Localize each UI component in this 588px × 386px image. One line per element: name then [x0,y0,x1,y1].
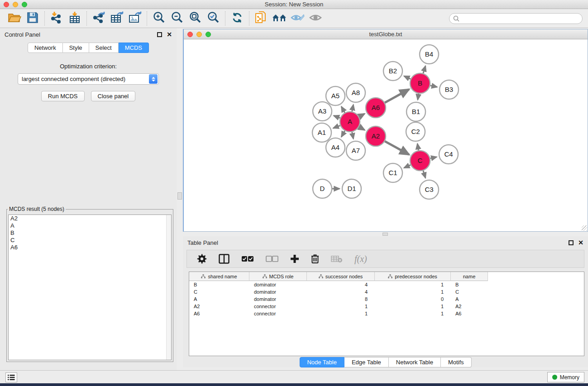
table-cell[interactable]: 4 [307,282,375,287]
graph-node-C4[interactable]: C4 [439,145,458,164]
tab-style[interactable]: Style [63,43,89,53]
graph-edge-A2-C[interactable] [385,141,409,154]
table-row[interactable]: Bdominator41B [189,281,584,288]
graph-node-A5[interactable]: A5 [326,86,345,105]
duplicate-network-button[interactable] [252,10,270,27]
network-window-titlebar[interactable]: testGlobe.txt [184,29,588,39]
table-cell[interactable]: connector [249,311,307,316]
float-panel-icon[interactable] [157,32,162,37]
table-cell[interactable]: C [189,289,249,295]
create-column-button[interactable] [290,254,299,263]
column-header-name[interactable]: name [451,272,488,281]
table-cell[interactable]: 1 [307,304,375,309]
export-table-button[interactable] [108,10,126,27]
table-cell[interactable]: 1 [375,304,451,309]
table-cell[interactable]: A2 [189,304,249,309]
delete-column-button[interactable] [311,254,319,264]
close-panel-icon[interactable]: ✕ [167,31,172,38]
zoom-selected-button[interactable] [204,10,222,27]
table-cell[interactable]: 1 [375,289,451,295]
tab-edge-table[interactable]: Edge Table [344,357,389,367]
graph-node-A3[interactable]: A3 [313,102,332,121]
table-cell[interactable]: C [451,289,488,295]
graph-edge-A-A7[interactable] [352,132,354,139]
graph-node-B4[interactable]: B4 [420,45,439,64]
graph-edge-B-B2[interactable] [404,76,411,79]
graph-node-D1[interactable]: D1 [342,179,361,198]
table-cell[interactable]: connector [249,304,307,309]
graph-edge-C-C3[interactable] [423,171,425,178]
graph-node-B[interactable]: B [410,73,430,93]
node-table[interactable]: shared nameMCDS rolesuccessor nodesprede… [189,272,584,356]
search-input[interactable] [461,14,582,23]
import-table-button[interactable] [66,10,84,27]
table-cell[interactable]: A [451,296,488,302]
vertical-splitter-handle[interactable] [177,192,182,200]
table-cell[interactable]: 1 [375,282,451,287]
graph-edge-A-A2[interactable] [359,127,365,130]
result-list-item[interactable]: A [9,222,171,229]
network-close-button[interactable] [187,32,193,37]
zoom-out-button[interactable] [168,10,186,27]
select-all-columns-button[interactable] [241,256,254,262]
table-cell[interactable]: A [189,296,249,302]
graph-edge-B-B1[interactable] [418,94,419,100]
graph-edge-C-C1[interactable] [404,165,411,167]
table-cell[interactable]: dominator [249,296,307,302]
graph-node-A8[interactable]: A8 [346,83,365,102]
graph-edge-B-B3[interactable] [430,86,437,87]
table-cell[interactable]: B [189,282,249,287]
table-row[interactable]: A6connector11A6 [189,310,584,317]
result-list-item[interactable]: A6 [9,244,171,251]
network-zoom-button[interactable] [206,32,211,37]
run-mcds-button[interactable]: Run MCDS [41,91,85,101]
mcds-result-list[interactable]: A2ABCA6 [8,214,172,360]
table-cell[interactable]: A6 [451,311,488,316]
graph-node-C2[interactable]: C2 [406,122,425,141]
graph-node-B3[interactable]: B3 [440,80,459,99]
tab-motifs[interactable]: Motifs [441,357,472,367]
first-neighbors-button[interactable] [270,10,288,27]
table-cell[interactable]: dominator [249,289,307,295]
graph-edge-A-A3[interactable] [334,116,340,118]
graph-node-C1[interactable]: C1 [383,163,402,182]
close-window-button[interactable] [4,2,9,7]
graph-edge-A-A4[interactable] [341,131,345,137]
show-column-panel-button[interactable] [219,254,229,264]
refresh-button[interactable] [228,10,246,27]
graph-edge-C-C2[interactable] [417,144,418,151]
column-header-shared-name[interactable]: shared name [189,272,249,281]
result-list-item[interactable]: B [9,229,171,237]
graph-edge-C-C4[interactable] [430,157,436,158]
table-cell[interactable]: 1 [307,311,375,316]
graph-node-A6[interactable]: A6 [366,98,386,118]
graph-edge-A-A8[interactable] [352,105,354,111]
graph-edge-A-A5[interactable] [341,107,345,113]
zoom-window-button[interactable] [22,2,27,7]
tab-network[interactable]: Network [28,43,63,53]
resize-grip[interactable] [582,225,587,231]
graph-node-A[interactable]: A [340,112,360,132]
zoom-in-button[interactable] [150,10,168,27]
float-table-panel-icon[interactable] [569,240,574,245]
table-cell[interactable]: 0 [375,296,451,302]
search-box[interactable] [449,13,583,24]
graph-node-C3[interactable]: C3 [420,180,439,199]
graph-node-D[interactable]: D [313,179,332,198]
save-session-button[interactable] [24,10,42,27]
horizontal-splitter-handle[interactable] [382,233,388,236]
table-row[interactable]: A2connector11A2 [189,303,584,310]
export-network-button[interactable] [90,10,108,27]
graph-node-B1[interactable]: B1 [406,102,425,121]
memory-button[interactable]: Memory [547,372,584,382]
table-cell[interactable]: A2 [451,304,488,309]
result-list-item[interactable]: A2 [9,215,171,222]
open-session-button[interactable] [5,10,24,27]
table-cell[interactable]: B [451,282,488,287]
tab-network-table[interactable]: Network Table [389,357,441,367]
task-history-button[interactable] [5,372,17,382]
table-row[interactable]: Adominator80A [189,295,584,303]
column-header-successor-nodes[interactable]: successor nodes [307,272,375,281]
graph-node-A2[interactable]: A2 [366,126,386,146]
table-settings-button[interactable] [197,254,207,264]
